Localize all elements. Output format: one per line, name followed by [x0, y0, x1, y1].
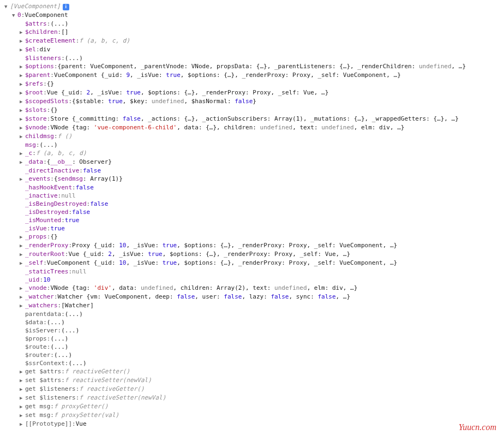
object-property-row[interactable]: ▶$children: [] [4, 28, 500, 37]
object-property-row[interactable]: $listeners: (...) [4, 54, 500, 62]
object-property-row[interactable]: ▶childmsg: f () [4, 132, 500, 141]
object-property-row[interactable]: ▶$root: Vue {_uid: 2, _isVue: true, $opt… [4, 88, 500, 97]
property-key: $listeners [25, 54, 61, 62]
object-property-row[interactable]: ▶get $listeners: f reactiveGetter() [4, 385, 500, 394]
expand-arrow-icon[interactable]: ▶ [20, 284, 25, 293]
property-value: (...) [47, 318, 65, 326]
object-property-row[interactable]: ▶_props: {} [4, 233, 500, 241]
object-property-row[interactable]: $attrs: (...) [4, 20, 500, 28]
object-property-row[interactable]: ▶set $attrs: f reactiveSetter(newVal) [4, 376, 500, 385]
expand-arrow-icon[interactable]: ▶ [20, 259, 25, 267]
object-property-row[interactable]: ▶$slots: {} [4, 106, 500, 115]
property-key: _renderProxy [25, 241, 68, 249]
object-property-row[interactable]: ▶$vnode: VNode {tag: 'vue-component-6-ch… [4, 123, 500, 132]
object-property-row[interactable]: $ssrContext: (...) [4, 359, 500, 367]
object-property-row[interactable]: ▶$options: {parent: VueComponent, _paren… [4, 62, 500, 71]
expand-arrow-icon[interactable]: ▶ [20, 385, 25, 394]
object-property-row[interactable]: ▶$el: div [4, 45, 500, 54]
object-property-row[interactable]: msg: (...) [4, 141, 500, 149]
expand-arrow-icon[interactable]: ▶ [20, 368, 25, 376]
object-property-row[interactable]: ▶set $listeners: f reactiveSetter(newVal… [4, 394, 500, 402]
property-value: f reactiveGetter() [65, 367, 130, 376]
expand-arrow-icon[interactable]: ▶ [20, 106, 25, 115]
object-property-row[interactable]: _isBeingDestroyed: false [4, 200, 500, 208]
object-property-row[interactable]: _isMounted: true [4, 216, 500, 224]
expand-arrow-icon[interactable]: ▶ [20, 37, 25, 45]
expand-arrow-icon[interactable]: ▶ [20, 115, 25, 123]
object-property-row[interactable]: $data: (...) [4, 318, 500, 326]
expand-arrow-icon[interactable]: ▶ [20, 150, 25, 158]
object-property-row[interactable]: ▶_watchers: [Watcher] [4, 301, 500, 310]
object-property-row[interactable]: ▶$createElement: f (a, b, c, d) [4, 37, 500, 45]
object-property-row[interactable]: ▶_watcher: Watcher {vm: VueComponent, de… [4, 293, 500, 301]
property-value: Store {_committing: false, _actions: {…}… [50, 115, 458, 123]
property-value: VueComponent {_uid: 9, _isVue: true, $op… [54, 71, 401, 79]
collapse-arrow-icon[interactable]: ▼ [4, 3, 10, 11]
object-property-row[interactable]: ▶_self: VueComponent {_uid: 10, _isVue: … [4, 259, 500, 267]
property-key: $children [25, 28, 58, 36]
object-property-row[interactable]: $props: (...) [4, 335, 500, 343]
property-value: null [61, 192, 76, 200]
expand-arrow-icon[interactable]: ▶ [20, 233, 25, 241]
object-property-row[interactable]: ▶_events: {sendmsg: Array(1)} [4, 175, 500, 183]
expand-arrow-icon[interactable]: ▶ [20, 420, 25, 428]
property-value: {} [47, 80, 54, 88]
expand-arrow-icon[interactable]: ▶ [20, 242, 25, 250]
object-property-row[interactable]: _isDestroyed: false [4, 208, 500, 216]
expand-arrow-icon[interactable]: ▶ [20, 46, 25, 54]
expand-arrow-icon[interactable]: ▶ [20, 403, 25, 411]
expand-arrow-icon[interactable]: ▶ [20, 412, 25, 420]
property-key: get $listeners [25, 385, 76, 393]
object-property-row[interactable]: ▶get $attrs: f reactiveGetter() [4, 367, 500, 376]
object-property-row[interactable]: _uid: 10 [4, 276, 500, 284]
expand-arrow-icon[interactable]: ▶ [20, 28, 25, 37]
expand-arrow-icon[interactable]: ▶ [20, 98, 25, 106]
object-property-row[interactable]: ▶$store: Store {_committing: false, _act… [4, 115, 500, 123]
object-property-row[interactable]: ▶$parent: VueComponent {_uid: 9, _isVue:… [4, 71, 500, 80]
object-property-row[interactable]: $isServer: (...) [4, 326, 500, 335]
property-key: _data [25, 158, 43, 166]
object-property-row[interactable]: ▶get msg: f proxyGetter() [4, 402, 500, 411]
object-property-row[interactable]: ▶_renderProxy: Proxy {_uid: 10, _isVue: … [4, 241, 500, 250]
expand-arrow-icon[interactable]: ▶ [20, 124, 25, 132]
object-property-row[interactable]: _staticTrees: null [4, 267, 500, 276]
object-property-row[interactable]: _isVue: true [4, 224, 500, 233]
property-key: $props [25, 335, 47, 343]
property-value: {sendmsg: Array(1)} [54, 175, 123, 183]
expand-arrow-icon[interactable]: ▶ [20, 251, 25, 259]
expand-arrow-icon[interactable]: ▶ [20, 158, 25, 166]
expand-arrow-icon[interactable]: ▶ [20, 133, 25, 141]
expand-arrow-icon[interactable]: ▶ [20, 302, 25, 310]
property-value: (...) [65, 54, 83, 62]
object-property-row[interactable]: ▶set msg: f proxySetter(val) [4, 411, 500, 420]
object-property-row[interactable]: ▶$refs: {} [4, 80, 500, 88]
object-property-row[interactable]: ▶_vnode: VNode {tag: 'div', data: undefi… [4, 284, 500, 293]
expand-arrow-icon[interactable]: ▶ [20, 377, 25, 385]
object-property-row[interactable]: _hasHookEvent: false [4, 183, 500, 192]
expand-arrow-icon[interactable]: ▶ [20, 293, 25, 301]
expand-arrow-icon[interactable]: ▶ [20, 89, 25, 97]
object-property-row[interactable]: parentdata: (...) [4, 310, 500, 318]
property-value: (...) [54, 351, 72, 359]
object-property-row[interactable]: $router: (...) [4, 351, 500, 359]
collapse-arrow-icon[interactable]: ▼ [12, 11, 17, 20]
object-property-row[interactable]: $route: (...) [4, 343, 500, 351]
root-row[interactable]: ▼[VueComponent]i [4, 2, 500, 11]
property-value: f () [58, 132, 73, 140]
expand-arrow-icon[interactable]: ▶ [20, 71, 25, 80]
expand-arrow-icon[interactable]: ▶ [20, 394, 25, 402]
object-property-row[interactable]: ▶[[Prototype]]: Vue [4, 420, 500, 428]
property-key: set msg [25, 411, 50, 419]
object-property-row[interactable]: ▶_routerRoot: Vue {_uid: 2, _isVue: true… [4, 250, 500, 259]
object-property-row[interactable]: ▶_c: f (a, b, c, d) [4, 149, 500, 158]
object-property-row[interactable]: ▶$scopedSlots: {$stable: true, $key: und… [4, 97, 500, 106]
object-property-row[interactable]: _directInactive: false [4, 166, 500, 175]
expand-arrow-icon[interactable]: ▶ [20, 80, 25, 88]
info-icon[interactable]: i [63, 4, 69, 10]
expand-arrow-icon[interactable]: ▶ [20, 175, 25, 183]
object-property-row[interactable]: ▶_data: {__ob__: Observer} [4, 158, 500, 166]
property-value: {} [50, 233, 57, 241]
array-index-row[interactable]: ▼0: VueComponent [4, 11, 500, 20]
expand-arrow-icon[interactable]: ▶ [20, 63, 25, 71]
object-property-row[interactable]: _inactive: null [4, 192, 500, 200]
